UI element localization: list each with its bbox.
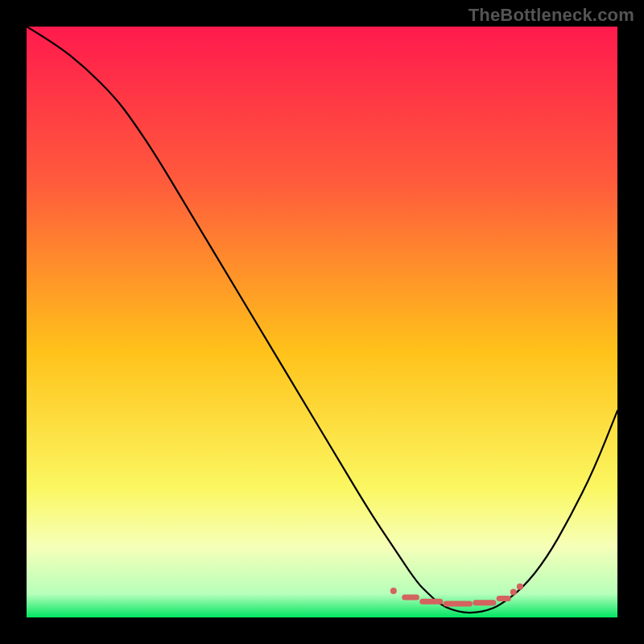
svg-point-6 (510, 588, 517, 595)
svg-point-7 (517, 584, 523, 590)
watermark-text: TheBottleneck.com (469, 5, 634, 26)
chart-frame: TheBottleneck.com (0, 0, 644, 644)
svg-point-0 (390, 588, 397, 594)
plot-area (27, 27, 617, 617)
gradient-background (27, 27, 617, 617)
chart-svg (27, 27, 617, 617)
